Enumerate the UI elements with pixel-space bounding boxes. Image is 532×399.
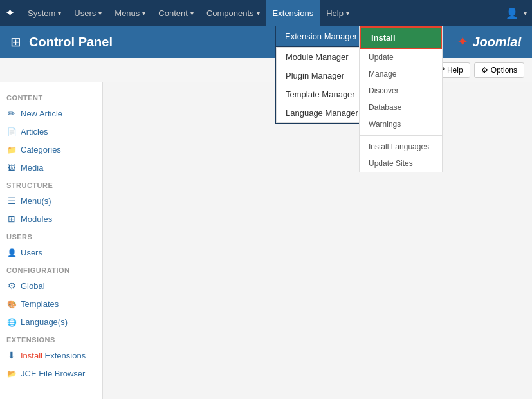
sidebar-section-title-users: USERS (0, 228, 102, 243)
sidebar-item-label-users: Users (21, 248, 42, 257)
pencil-icon (6, 108, 17, 118)
sidebar-item-label-menus: Menu(s) (21, 196, 51, 206)
discover-item[interactable]: Discover (360, 82, 442, 99)
module-icon (6, 214, 17, 224)
content-area (103, 82, 532, 399)
sidebar-section-title-extensions: EXTENSIONS (0, 331, 102, 346)
menu-icon (6, 196, 17, 206)
install-button[interactable]: Install (360, 26, 442, 49)
sidebar-item-label-jce-file-browser: JCE File Browser (21, 369, 85, 378)
sidebar-section-users: USERS Users (0, 228, 102, 261)
sidebar-item-label-new-article: New Article (21, 109, 62, 118)
lang-icon (6, 317, 17, 327)
nav-system[interactable]: System ▾ (21, 0, 68, 26)
jce-icon (6, 368, 17, 378)
update-item[interactable]: Update (360, 49, 442, 66)
main-layout: CONTENT New Article Articles Categories … (0, 82, 532, 399)
sidebar: CONTENT New Article Articles Categories … (0, 82, 103, 399)
sidebar-item-media[interactable]: Media (0, 158, 102, 176)
toolbar: ? Help ⚙ Options (0, 58, 532, 82)
manage-item[interactable]: Manage (360, 66, 442, 82)
nav-help-label: Help (326, 8, 344, 18)
category-icon (6, 144, 17, 154)
sidebar-item-categories[interactable]: Categories (0, 140, 102, 158)
warnings-item[interactable]: Warnings (360, 116, 442, 133)
sidebar-item-menus[interactable]: Menu(s) (0, 192, 102, 210)
sidebar-section-title-content: CONTENT (0, 89, 102, 104)
nav-menus-label: Menus (115, 8, 140, 18)
sidebar-item-articles[interactable]: Articles (0, 122, 102, 140)
chevron-down-icon: ▾ (142, 10, 145, 17)
sidebar-item-install-extensions[interactable]: Install Extensions (0, 346, 102, 364)
nav-components-label: Components (206, 8, 254, 18)
sidebar-item-label-templates: Templates (21, 299, 59, 309)
media-icon (6, 162, 17, 172)
joomla-logo: ✦ Joomla! (457, 33, 522, 50)
chevron-down-icon: ▾ (257, 10, 260, 17)
gear-icon (6, 281, 17, 291)
nav-content-label: Content (158, 8, 188, 18)
titlebar: ⊞ Control Panel ✦ Joomla! (0, 26, 532, 58)
joomla-brand-icon: ✦ (5, 6, 15, 20)
chevron-down-icon: ▾ (98, 10, 102, 17)
sidebar-item-label-media: Media (21, 163, 43, 172)
sidebar-section-configuration: CONFIGURATION Global Templates Language(… (0, 261, 102, 331)
navbar-right: 👤 ▾ (506, 7, 527, 19)
sidebar-item-modules[interactable]: Modules (0, 210, 102, 228)
control-panel-icon: ⊞ (10, 34, 21, 50)
options-button[interactable]: ⚙ Options (474, 62, 524, 78)
nav-components[interactable]: Components ▾ (200, 0, 266, 26)
sidebar-section-structure: STRUCTURE Menu(s) Modules (0, 176, 102, 228)
sidebar-item-users[interactable]: Users (0, 243, 102, 261)
nav-menus[interactable]: Menus ▾ (108, 0, 152, 26)
submenu-divider (360, 135, 442, 136)
sidebar-item-label-global: Global (21, 281, 45, 291)
extension-manager-label: Extension Manager (285, 32, 357, 41)
sidebar-item-label-install-extensions: Install Extensions (21, 351, 86, 360)
page-title: Control Panel (29, 35, 113, 50)
joomla-logo-icon: ✦ (457, 33, 468, 50)
navbar: ✦ System ▾ Users ▾ Menus ▾ Content ▾ Com… (0, 0, 532, 26)
nav-users[interactable]: Users ▾ (68, 0, 108, 26)
nav-help[interactable]: Help ▾ (320, 0, 356, 26)
sidebar-item-languages[interactable]: Language(s) (0, 313, 102, 331)
sidebar-item-global[interactable]: Global (0, 277, 102, 295)
install-submenu: Install Update Manage Discover Database … (359, 26, 443, 172)
nav-system-label: System (28, 8, 55, 18)
sidebar-section-title-structure: STRUCTURE (0, 176, 102, 192)
joomla-logo-text: Joomla! (472, 35, 522, 50)
chevron-down-icon: ▾ (346, 10, 349, 17)
template-icon (6, 299, 17, 309)
nav-items: System ▾ Users ▾ Menus ▾ Content ▾ Compo… (21, 0, 506, 26)
install-languages-item[interactable]: Install Languages (360, 138, 442, 155)
sidebar-section-title-configuration: CONFIGURATION (0, 261, 102, 277)
nav-extensions[interactable]: Extensions (266, 0, 320, 26)
chevron-down-icon: ▾ (190, 10, 194, 17)
sidebar-section-extensions: EXTENSIONS Install Extensions JCE File B… (0, 331, 102, 382)
nav-extensions-label: Extensions (273, 8, 314, 18)
update-sites-item[interactable]: Update Sites (360, 155, 442, 172)
nav-users-label: Users (74, 8, 96, 18)
database-item[interactable]: Database (360, 99, 442, 116)
sidebar-item-templates[interactable]: Templates (0, 295, 102, 313)
user-arrow-icon[interactable]: ▾ (524, 10, 527, 17)
sidebar-item-new-article[interactable]: New Article (0, 104, 102, 122)
sidebar-item-jce-file-browser[interactable]: JCE File Browser (0, 364, 102, 382)
sidebar-item-label-categories: Categories (21, 145, 61, 154)
sidebar-section-content: CONTENT New Article Articles Categories … (0, 89, 102, 176)
download-icon (6, 350, 17, 360)
nav-content[interactable]: Content ▾ (152, 0, 200, 26)
chevron-down-icon: ▾ (58, 10, 61, 17)
sidebar-item-label-languages: Language(s) (21, 317, 68, 327)
user-icon (6, 247, 17, 257)
gear-icon: ⚙ (481, 66, 488, 75)
sidebar-item-label-modules: Modules (21, 214, 52, 224)
user-icon[interactable]: 👤 (506, 7, 518, 19)
sidebar-item-label-articles: Articles (21, 127, 48, 136)
article-icon (6, 126, 17, 136)
